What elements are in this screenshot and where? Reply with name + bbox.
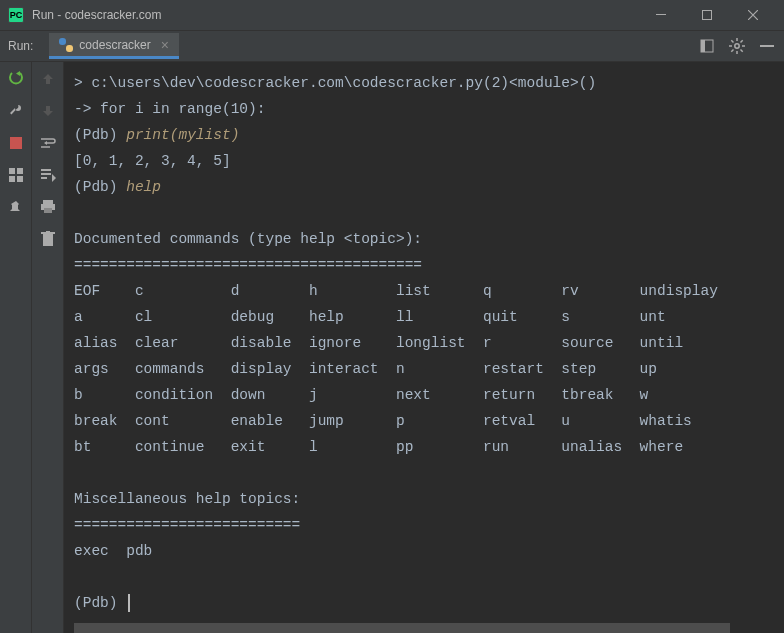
- minimize-button[interactable]: [638, 0, 684, 30]
- titlebar: PC Run - codescracker.com: [0, 0, 784, 30]
- left-gutter: [0, 62, 32, 633]
- cmd-row: break cont enable jump p retval u whatis: [74, 413, 692, 429]
- soft-wrap-icon[interactable]: [39, 134, 57, 152]
- svg-line-9: [731, 40, 733, 42]
- inner-gutter: [32, 62, 64, 633]
- svg-rect-28: [43, 234, 53, 246]
- pdb-prompt: (Pdb): [74, 127, 126, 143]
- print-icon[interactable]: [39, 198, 57, 216]
- svg-point-4: [735, 44, 739, 48]
- horizontal-scrollbar[interactable]: [74, 623, 772, 633]
- cmd-row: EOF c d h list q rv undisplay: [74, 283, 718, 299]
- svg-rect-22: [41, 173, 51, 175]
- window-title: Run - codescracker.com: [32, 8, 161, 22]
- run-label: Run:: [8, 39, 33, 53]
- svg-rect-30: [46, 231, 50, 232]
- svg-rect-25: [43, 200, 53, 204]
- svg-line-12: [741, 40, 743, 42]
- console-line: -> for i in range(10):: [74, 101, 265, 117]
- scrollbar-thumb[interactable]: [74, 623, 730, 633]
- misc-row: exec pdb: [74, 543, 152, 559]
- svg-rect-13: [760, 45, 774, 47]
- pdb-input: print(mylist): [126, 127, 239, 143]
- cmd-row: args commands display interact n restart…: [74, 361, 657, 377]
- layout-icon[interactable]: [7, 166, 25, 184]
- stop-button[interactable]: [7, 134, 25, 152]
- trash-icon[interactable]: [39, 230, 57, 248]
- cmd-row: b condition down j next return tbreak w: [74, 387, 648, 403]
- scroll-to-end-icon[interactable]: [39, 166, 57, 184]
- maximize-button[interactable]: [684, 0, 730, 30]
- svg-marker-24: [52, 174, 56, 182]
- console-line: > c:\users\dev\codescracker.com\codescra…: [74, 75, 596, 91]
- close-button[interactable]: [730, 0, 776, 30]
- svg-rect-3: [701, 40, 705, 52]
- hide-icon[interactable]: [758, 37, 776, 55]
- svg-marker-14: [16, 71, 20, 76]
- misc-underline: ==========================: [74, 517, 300, 533]
- svg-rect-27: [44, 208, 52, 213]
- svg-line-11: [731, 50, 733, 52]
- svg-marker-19: [44, 141, 47, 145]
- down-arrow-icon[interactable]: [39, 102, 57, 120]
- svg-rect-18: [17, 176, 23, 182]
- cmd-row: alias clear disable ignore longlist r so…: [74, 335, 683, 351]
- rerun-icon[interactable]: [7, 70, 25, 88]
- gear-icon[interactable]: [728, 37, 746, 55]
- cmd-row: a cl debug help ll quit s unt: [74, 309, 666, 325]
- run-toolbar: Run: codescracker ×: [0, 30, 784, 62]
- expand-icon[interactable]: [698, 37, 716, 55]
- pdb-prompt: (Pdb): [74, 179, 126, 195]
- svg-rect-29: [41, 232, 55, 234]
- svg-rect-21: [41, 169, 51, 171]
- console-output[interactable]: > c:\users\dev\codescracker.com\codescra…: [64, 62, 784, 633]
- python-icon: [59, 38, 73, 52]
- help-heading: Documented commands (type help <topic>):: [74, 231, 422, 247]
- wrench-icon[interactable]: [7, 102, 25, 120]
- cmd-row: bt continue exit l pp run unalias where: [74, 439, 683, 455]
- svg-rect-1: [703, 11, 712, 20]
- pdb-input: help: [126, 179, 161, 195]
- run-config-tab[interactable]: codescracker ×: [49, 33, 179, 59]
- main-panel: > c:\users\dev\codescracker.com\codescra…: [0, 62, 784, 633]
- window-controls: [638, 0, 776, 30]
- svg-rect-17: [9, 176, 15, 182]
- svg-line-10: [741, 50, 743, 52]
- up-arrow-icon[interactable]: [39, 70, 57, 88]
- tab-close-icon[interactable]: ×: [161, 37, 169, 53]
- help-underline: ========================================: [74, 257, 422, 273]
- svg-rect-16: [17, 168, 23, 174]
- app-icon: PC: [8, 7, 24, 23]
- svg-rect-23: [41, 177, 47, 179]
- console-line: [0, 1, 2, 3, 4, 5]: [74, 153, 231, 169]
- pin-icon[interactable]: [7, 198, 25, 216]
- tab-label: codescracker: [79, 38, 150, 52]
- pdb-prompt: (Pdb): [74, 595, 126, 611]
- svg-rect-15: [9, 168, 15, 174]
- misc-heading: Miscellaneous help topics:: [74, 491, 300, 507]
- caret: [128, 594, 130, 612]
- svg-rect-0: [656, 14, 666, 15]
